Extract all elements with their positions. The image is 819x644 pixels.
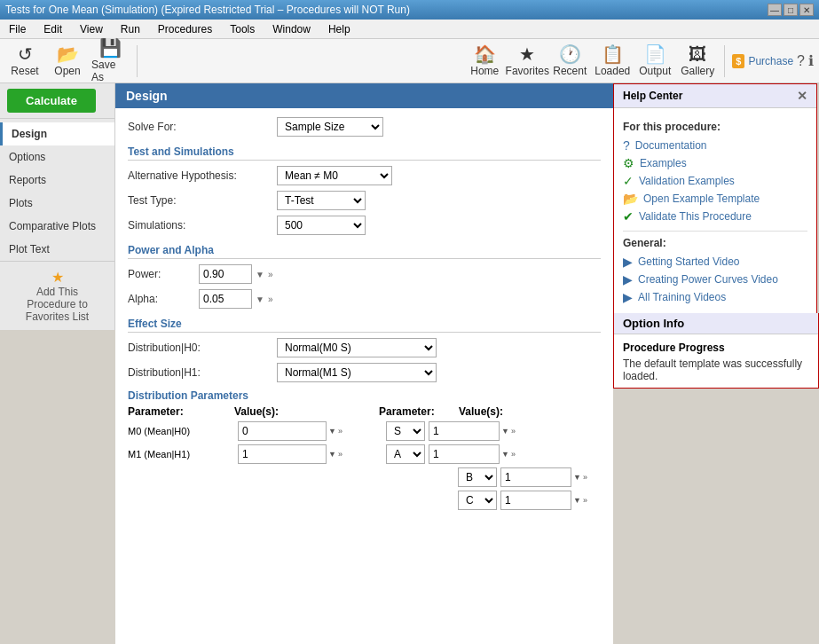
- power-curves-link-text: Creating Power Curves Video: [638, 273, 778, 286]
- right-panel: Help Center ✕ For this procedure: ? Docu…: [613, 83, 819, 644]
- alpha-dropdown-arrow[interactable]: ▼: [256, 295, 264, 304]
- param-a-down-arrow[interactable]: ▼: [501, 450, 509, 459]
- sidebar-item-design[interactable]: Design: [0, 122, 114, 145]
- help-center-close-button[interactable]: ✕: [797, 89, 807, 103]
- alpha-row: Alpha: ▼ »: [128, 289, 601, 309]
- general-label: General:: [623, 237, 807, 249]
- values-col-header-1: Value(s):: [234, 405, 372, 418]
- help-link-getting-started[interactable]: ▶ Getting Started Video: [623, 253, 807, 271]
- alt-hyp-select[interactable]: Mean ≠ M0 Mean > M0 Mean < M0: [277, 166, 392, 185]
- purchase-button[interactable]: Purchase: [748, 55, 793, 67]
- sidebar-item-comparative-plots[interactable]: Comparative Plots: [0, 215, 114, 238]
- help-link-validation-examples[interactable]: ✓ Validation Examples: [623, 172, 807, 190]
- sidebar-item-options[interactable]: Options: [0, 145, 114, 169]
- reset-button[interactable]: ↺ Reset: [5, 42, 44, 81]
- favorites-icon: ★: [519, 45, 535, 63]
- output-button[interactable]: 📄 Output: [635, 42, 674, 81]
- save-icon: 💾: [99, 39, 122, 57]
- close-button[interactable]: ✕: [799, 4, 814, 16]
- loaded-button[interactable]: 📋 Loaded: [593, 42, 632, 81]
- param-a-expand-arrow[interactable]: »: [511, 450, 516, 459]
- param-letter-b-select[interactable]: B A C: [458, 467, 497, 487]
- param-right-input-a[interactable]: [429, 444, 500, 464]
- sidebar-item-plots[interactable]: Plots: [0, 192, 114, 215]
- simulations-select[interactable]: 100 500 1000 2000: [277, 216, 366, 235]
- content-area: Design Solve For: Sample Size Power Alph…: [115, 83, 613, 644]
- power-curves-icon: ▶: [623, 272, 633, 287]
- menu-help[interactable]: Help: [323, 21, 356, 37]
- dist-params-col-headers: Parameter: Value(s): Parameter: Value(s)…: [128, 405, 601, 418]
- param-b-down-arrow[interactable]: ▼: [573, 473, 581, 482]
- recent-button[interactable]: 🕐 Recent: [550, 42, 589, 81]
- menu-window[interactable]: Window: [267, 21, 316, 37]
- output-icon: 📄: [644, 45, 666, 63]
- calculate-button[interactable]: Calculate: [7, 89, 96, 113]
- help-body: For this procedure: ? Documentation ⚙ Ex…: [614, 108, 816, 313]
- param-letter-c-select[interactable]: C A B: [458, 491, 497, 510]
- param-val-m0-wrap: ▼ »: [238, 421, 375, 441]
- open-button[interactable]: 📂 Open: [48, 42, 87, 81]
- param-val-m1-input[interactable]: [238, 444, 327, 464]
- param-c-expand-arrow[interactable]: »: [583, 496, 587, 505]
- param-m0-down-arrow[interactable]: ▼: [328, 427, 336, 436]
- dist-h0-select[interactable]: Normal(M0 S) Normal(M0 1) t-Distribution: [277, 338, 437, 357]
- help-link-power-curves[interactable]: ▶ Creating Power Curves Video: [623, 271, 807, 288]
- param-b-expand-arrow[interactable]: »: [583, 473, 587, 482]
- dist-h1-select[interactable]: Normal(M1 S) Normal(M1 1) t-Distribution: [277, 363, 437, 382]
- help-link-open-example-template[interactable]: 📂 Open Example Template: [623, 190, 807, 208]
- menu-file[interactable]: File: [4, 21, 31, 37]
- documentation-icon: ?: [623, 138, 630, 153]
- maximize-button[interactable]: □: [784, 4, 798, 16]
- save-button[interactable]: 💾 Save As: [91, 42, 130, 81]
- menu-tools[interactable]: Tools: [224, 21, 260, 37]
- help-link-documentation[interactable]: ? Documentation: [623, 137, 807, 154]
- info-icon[interactable]: ℹ: [808, 52, 814, 69]
- examples-icon: ⚙: [623, 156, 634, 170]
- power-dropdown-arrow[interactable]: ▼: [256, 270, 264, 279]
- favorites-button[interactable]: ★ Favorites: [508, 42, 547, 81]
- param-s-expand-arrow[interactable]: »: [511, 427, 516, 436]
- open-template-link-text: Open Example Template: [643, 192, 760, 205]
- add-to-favorites-button[interactable]: ★ Add This Procedure to Favorites List: [0, 261, 114, 330]
- param-m1-expand-arrow[interactable]: »: [338, 450, 343, 459]
- param-right-input-c[interactable]: [500, 491, 571, 510]
- menu-view[interactable]: View: [75, 21, 108, 37]
- sidebar-item-plot-text[interactable]: Plot Text: [0, 238, 114, 261]
- param-right-input-s[interactable]: [429, 421, 500, 441]
- param-m0-expand-arrow[interactable]: »: [338, 427, 343, 436]
- power-input[interactable]: [199, 264, 252, 284]
- help-link-all-training[interactable]: ▶ All Training Videos: [623, 288, 807, 306]
- test-type-row: Test Type: T-Test Z-Test: [128, 191, 601, 210]
- help-link-examples[interactable]: ⚙ Examples: [623, 154, 807, 172]
- param-c-down-arrow[interactable]: ▼: [573, 496, 581, 505]
- param-right-input-b[interactable]: [500, 467, 571, 487]
- gallery-button[interactable]: 🖼 Gallery: [678, 42, 717, 81]
- reset-icon: ↺: [18, 45, 33, 63]
- param-letter-s-select[interactable]: S A B: [386, 421, 425, 441]
- test-type-select[interactable]: T-Test Z-Test: [277, 191, 366, 210]
- sidebar-item-reports[interactable]: Reports: [0, 169, 114, 192]
- all-training-icon: ▶: [623, 290, 633, 304]
- param-val-m0-input[interactable]: [238, 421, 327, 441]
- param-s-down-arrow[interactable]: ▼: [501, 427, 509, 436]
- param-letter-a-select[interactable]: A S B: [386, 444, 425, 464]
- help-question-icon[interactable]: ?: [797, 53, 805, 69]
- validate-procedure-link-text: Validate This Procedure: [639, 210, 752, 223]
- help-link-validate-procedure[interactable]: ✔ Validate This Procedure: [623, 208, 807, 225]
- minimize-button[interactable]: —: [768, 4, 782, 16]
- param-right-val-b: ▼ »: [500, 467, 587, 487]
- alt-hyp-row: Alternative Hypothesis: Mean ≠ M0 Mean >…: [128, 166, 601, 185]
- panel-body: Solve For: Sample Size Power Alpha Effec…: [115, 108, 613, 522]
- menu-edit[interactable]: Edit: [38, 21, 67, 37]
- home-button[interactable]: 🏠 Home: [465, 42, 504, 81]
- power-expand-arrow[interactable]: »: [268, 270, 273, 279]
- solve-for-select[interactable]: Sample Size Power Alpha Effect Size: [277, 117, 383, 137]
- menu-run[interactable]: Run: [115, 21, 146, 37]
- param-m1-down-arrow[interactable]: ▼: [328, 450, 336, 459]
- param-row-m0: M0 (Mean|H0) ▼ » S A B ▼ »: [128, 421, 601, 441]
- param-row-b: B A C ▼ »: [128, 467, 601, 487]
- alpha-expand-arrow[interactable]: »: [268, 295, 273, 304]
- alpha-input[interactable]: [199, 289, 252, 309]
- dist-h1-label: Distribution|H1:: [128, 366, 270, 379]
- menu-procedures[interactable]: Procedures: [153, 21, 217, 37]
